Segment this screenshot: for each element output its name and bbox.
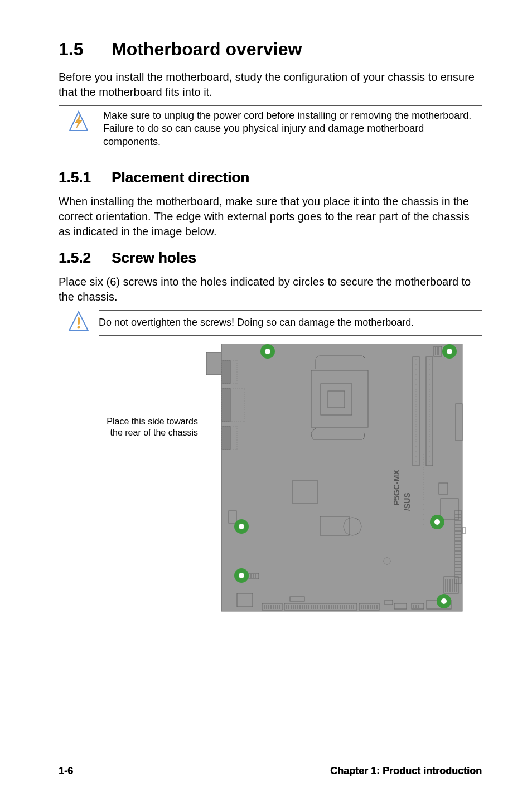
motherboard-illustration: P5GC-MX /SUS <box>206 344 474 614</box>
svg-point-136 <box>239 573 244 578</box>
svg-rect-5 <box>206 352 221 375</box>
section-heading: 1.5 Motherboard overview <box>59 39 482 60</box>
caution-text: Do not overtighten the screws! Doing so … <box>99 316 482 329</box>
page-footer: 1-6 Chapter 1: Product introduction <box>59 765 482 777</box>
svg-rect-9 <box>221 388 230 422</box>
subsection-body: Place six (6) screws into the holes indi… <box>59 274 482 305</box>
section-number: 1.5 <box>59 39 112 60</box>
svg-rect-3 <box>78 317 80 325</box>
section-intro: Before you install the motherboard, stud… <box>59 70 482 100</box>
svg-text:/SUS: /SUS <box>403 492 412 511</box>
svg-rect-7 <box>221 360 230 384</box>
subsection-number: 1.5.1 <box>59 169 112 186</box>
subsection-body: When installing the motherboard, make su… <box>59 194 482 239</box>
svg-point-130 <box>447 349 452 354</box>
subsection-title: Screw holes <box>112 249 196 267</box>
chapter-label: Chapter 1: Product introduction <box>330 765 482 777</box>
svg-point-128 <box>265 349 270 354</box>
caption-line: the rear of the chassis <box>110 428 198 437</box>
caption-line: Place this side towards <box>107 417 198 426</box>
svg-point-4 <box>78 326 80 329</box>
caution-callout: Do not overtighten the screws! Doing so … <box>59 310 482 335</box>
caution-icon <box>59 310 99 334</box>
lightning-icon <box>59 109 99 133</box>
subsection-number: 1.5.2 <box>59 249 112 267</box>
warning-text: Make sure to unplug the power cord befor… <box>99 109 482 148</box>
electrical-warning-callout: Make sure to unplug the power cord befor… <box>59 105 482 153</box>
svg-point-138 <box>441 598 447 604</box>
svg-rect-49 <box>462 528 466 533</box>
svg-point-132 <box>239 524 244 529</box>
board-model-label: P5GC-MX <box>392 469 401 505</box>
document-page: 1.5 Motherboard overview Before you inst… <box>0 0 532 802</box>
section-title: Motherboard overview <box>112 39 302 60</box>
subsection-heading: 1.5.2 Screw holes <box>59 249 482 267</box>
page-number: 1-6 <box>59 765 73 777</box>
svg-rect-11 <box>221 426 230 450</box>
motherboard-diagram: Place this side towards the rear of the … <box>59 341 482 615</box>
subsection-title: Placement direction <box>112 169 249 186</box>
svg-point-134 <box>434 519 440 525</box>
diagram-caption: Place this side towards the rear of the … <box>86 416 198 439</box>
subsection-heading: 1.5.1 Placement direction <box>59 169 482 186</box>
